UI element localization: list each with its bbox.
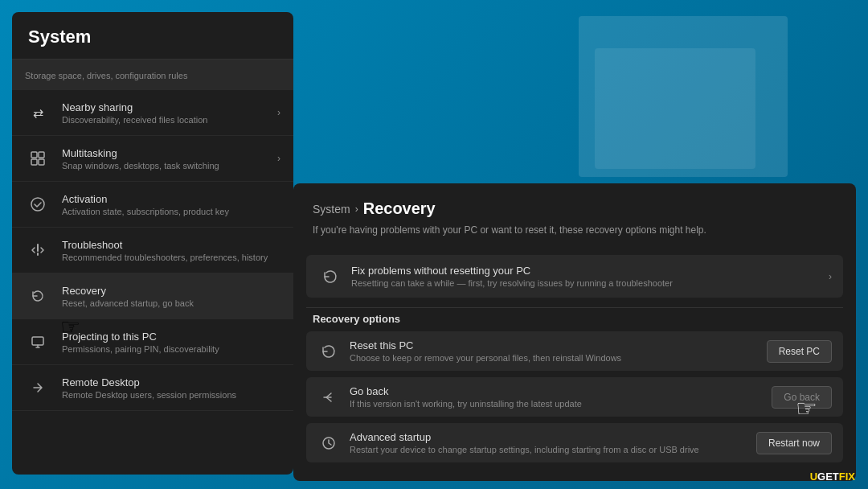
nearby-sharing-subtitle: Discoverability, received files location: [62, 115, 277, 125]
fix-problems-icon: [319, 265, 342, 288]
troubleshoot-icon: [25, 237, 51, 263]
advanced-startup-icon: [317, 432, 340, 454]
multitasking-subtitle: Snap windows, desktops, task switching: [62, 161, 277, 171]
svg-rect-5: [32, 337, 43, 345]
nearby-sharing-icon: ⇄: [25, 100, 51, 125]
multitasking-title: Multitasking: [62, 147, 277, 159]
sidebar-item-projecting[interactable]: Projecting to this PC Permissions, pairi…: [12, 319, 293, 365]
reset-pc-subtitle: Choose to keep or remove your personal f…: [350, 353, 621, 363]
recovery-options-header: Recovery options: [293, 308, 856, 331]
go-back-subtitle: If this version isn't working, try unins…: [350, 399, 582, 409]
fix-problems-subtitle: Resetting can take a while — first, try …: [351, 278, 673, 288]
storage-item[interactable]: Storage space, drives, configuration rul…: [12, 60, 293, 90]
advanced-startup-title: Advanced startup: [350, 431, 699, 443]
multitasking-icon: [25, 146, 51, 171]
nearby-sharing-title: Nearby sharing: [62, 101, 277, 113]
svg-point-4: [31, 198, 44, 211]
remote-desktop-icon: [25, 375, 51, 401]
sidebar-item-troubleshoot[interactable]: Troubleshoot Recommended troubleshooters…: [12, 228, 293, 273]
reset-pc-title: Reset this PC: [350, 339, 621, 351]
recovery-icon: [25, 283, 51, 309]
go-back-icon: [317, 386, 340, 409]
remote-desktop-title: Remote Desktop: [62, 376, 280, 388]
sidebar-item-multitasking[interactable]: Multitasking Snap windows, desktops, tas…: [12, 136, 293, 182]
go-back-button[interactable]: Go back: [772, 386, 832, 409]
sidebar-item-remote-desktop[interactable]: Remote Desktop Remote Desktop users, ses…: [12, 365, 293, 411]
watermark: UGETFIX: [810, 471, 855, 483]
go-back-title: Go back: [350, 385, 582, 397]
projecting-subtitle: Permissions, pairing PIN, discoverabilit…: [62, 344, 280, 354]
right-panel: System › Recovery If you're having probl…: [293, 183, 856, 481]
go-back-option: Go back If this version isn't working, t…: [306, 377, 843, 417]
svg-rect-0: [31, 152, 37, 158]
recovery-description: If you're having problems with your PC o…: [313, 224, 837, 236]
activation-subtitle: Activation state, subscriptions, product…: [62, 207, 280, 216]
projecting-title: Projecting to this PC: [62, 331, 280, 343]
sidebar-item-recovery[interactable]: Recovery Reset, advanced startup, go bac…: [12, 273, 293, 319]
bg-decoration-2: [595, 48, 755, 169]
breadcrumb: System › Recovery: [313, 199, 837, 218]
sidebar-item-activation[interactable]: Activation Activation state, subscriptio…: [12, 182, 293, 228]
sidebar-item-nearby-sharing[interactable]: ⇄ Nearby sharing Discoverability, receiv…: [12, 90, 293, 136]
fix-problems-arrow: ›: [829, 271, 832, 282]
remote-desktop-subtitle: Remote Desktop users, session permission…: [62, 390, 280, 400]
recovery-subtitle: Reset, advanced startup, go back: [62, 298, 280, 308]
watermark-u: U: [810, 471, 817, 483]
svg-rect-2: [31, 159, 37, 165]
advanced-startup-subtitle: Restart your device to change startup se…: [350, 445, 699, 454]
multitasking-arrow: ›: [277, 153, 280, 164]
restart-now-button[interactable]: Restart now: [756, 432, 832, 454]
breadcrumb-system: System: [313, 203, 350, 216]
fix-problems-item[interactable]: Fix problems without resetting your PC R…: [306, 255, 843, 298]
activation-icon: [25, 191, 51, 217]
reset-pc-button[interactable]: Reset PC: [767, 340, 832, 363]
watermark-get: GET: [817, 471, 839, 483]
projecting-icon: [25, 329, 51, 355]
panel-header: System: [12, 12, 293, 60]
panel-title: System: [28, 27, 91, 47]
watermark-fix: FIX: [839, 471, 855, 483]
troubleshoot-title: Troubleshoot: [62, 239, 280, 251]
svg-rect-3: [39, 159, 44, 165]
reset-pc-option: Reset this PC Choose to keep or remove y…: [306, 331, 843, 371]
left-panel: System Storage space, drives, configurat…: [12, 12, 293, 475]
breadcrumb-chevron: ›: [355, 203, 358, 215]
advanced-startup-option: Advanced startup Restart your device to …: [306, 423, 843, 462]
troubleshoot-subtitle: Recommended troubleshooters, preferences…: [62, 253, 280, 262]
svg-rect-1: [39, 152, 44, 158]
activation-title: Activation: [62, 193, 280, 205]
storage-item-text: Storage space, drives, configuration rul…: [25, 71, 187, 80]
fix-problems-title: Fix problems without resetting your PC: [351, 265, 673, 277]
nearby-sharing-arrow: ›: [277, 107, 280, 118]
reset-pc-icon: [317, 340, 340, 363]
recovery-title: Recovery: [62, 285, 280, 297]
right-panel-header: System › Recovery If you're having probl…: [293, 183, 856, 255]
breadcrumb-recovery: Recovery: [363, 199, 436, 218]
